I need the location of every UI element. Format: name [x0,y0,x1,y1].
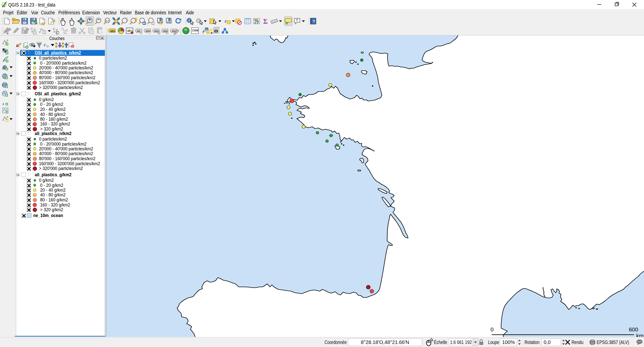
svg-text:1:1: 1:1 [106,19,109,22]
svg-text:ε: ε [44,42,46,47]
svg-text:Σ: Σ [263,17,268,25]
svg-text:T: T [296,18,298,22]
svg-text:ε: ε [225,18,227,24]
svg-text:,: , [3,99,4,106]
svg-text:CSW: CSW [192,29,198,32]
svg-text:ab: ab [137,29,140,32]
svg-text:km: km [636,333,643,337]
svg-text:abc: abc [146,29,151,32]
svg-text:0: 0 [491,326,494,333]
svg-text:abc: abc [110,29,115,32]
svg-text:600: 600 [629,326,638,333]
svg-text:i: i [189,18,190,22]
svg-text:?: ? [312,19,315,24]
